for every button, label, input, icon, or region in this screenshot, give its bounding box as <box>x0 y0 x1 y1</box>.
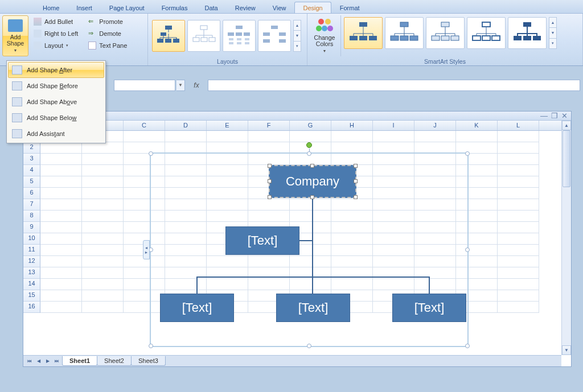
row-header[interactable]: 12 <box>23 256 40 267</box>
row-header[interactable]: 3 <box>23 154 40 165</box>
gallery-up-button[interactable]: ▲ <box>294 20 301 31</box>
style-option-4[interactable] <box>467 17 506 49</box>
formula-input[interactable] <box>208 80 580 91</box>
cell[interactable] <box>82 290 124 302</box>
add-bullet-button[interactable]: Add Bullet <box>30 16 81 27</box>
cell[interactable] <box>248 142 290 154</box>
cell[interactable] <box>40 188 82 199</box>
style-option-3[interactable] <box>426 17 465 49</box>
layout-option-2[interactable] <box>187 20 220 52</box>
column-header[interactable]: D <box>165 121 207 130</box>
layout-option-4[interactable] <box>258 20 291 52</box>
scroll-up-button[interactable]: ▲ <box>562 121 571 130</box>
row-header[interactable]: 4 <box>23 165 40 176</box>
cell[interactable] <box>498 279 539 290</box>
cell[interactable] <box>82 165 124 176</box>
rotation-handle[interactable] <box>306 142 312 148</box>
column-header[interactable]: J <box>414 121 456 130</box>
smartart-canvas[interactable]: ◄► Company [Text] <box>150 152 469 347</box>
fx-icon[interactable]: fx <box>186 81 207 89</box>
cell[interactable] <box>207 131 248 142</box>
tab-formulas[interactable]: Formulas <box>153 2 196 13</box>
demote-button[interactable]: ⇒Demote <box>85 28 130 39</box>
cell[interactable] <box>40 165 82 176</box>
cell[interactable] <box>40 142 82 154</box>
cell[interactable] <box>165 131 207 142</box>
cell[interactable] <box>40 256 82 267</box>
cell[interactable] <box>82 142 124 154</box>
shape-handle[interactable] <box>354 164 358 168</box>
cell[interactable] <box>82 222 124 233</box>
org-node-assistant[interactable]: [Text] <box>225 226 299 255</box>
menu-item[interactable]: Add Shape Below <box>8 110 104 126</box>
cell[interactable] <box>498 176 539 188</box>
sheet-nav-next[interactable]: ▶ <box>43 357 52 366</box>
gallery-more-button[interactable]: ▾ <box>294 42 301 51</box>
text-pane-toggle[interactable]: ◄► <box>143 240 150 259</box>
style-option-2[interactable] <box>385 17 424 49</box>
sheet-tab-3[interactable]: Sheet3 <box>131 356 166 366</box>
cell[interactable] <box>498 188 539 199</box>
sheet-nav-last[interactable]: ⏭ <box>52 357 61 366</box>
resize-handle[interactable] <box>465 151 470 156</box>
cell[interactable] <box>40 245 82 256</box>
tab-data[interactable]: Data <box>196 2 226 13</box>
shape-handle[interactable] <box>268 195 272 199</box>
cell[interactable] <box>414 131 456 142</box>
cell[interactable] <box>82 245 124 256</box>
cell[interactable] <box>373 142 414 154</box>
shape-handle[interactable] <box>354 179 358 183</box>
right-to-left-button[interactable]: Right to Left <box>30 28 81 39</box>
column-header[interactable]: G <box>290 121 331 130</box>
resize-handle[interactable] <box>307 344 311 348</box>
row-header[interactable]: 6 <box>23 188 40 199</box>
cell[interactable] <box>414 142 456 154</box>
cell[interactable] <box>82 302 124 313</box>
gallery-more-button[interactable]: ▾ <box>549 39 556 48</box>
tab-format[interactable]: Format <box>331 2 368 13</box>
cell[interactable] <box>82 267 124 279</box>
row-header[interactable]: 11 <box>23 245 40 256</box>
shape-handle[interactable] <box>310 164 314 168</box>
column-header[interactable]: C <box>124 121 165 130</box>
gallery-up-button[interactable]: ▲ <box>549 18 556 28</box>
promote-button[interactable]: ⇐Promote <box>85 16 130 27</box>
cell[interactable] <box>498 245 539 256</box>
cell[interactable] <box>40 176 82 188</box>
tab-design[interactable]: Design <box>294 2 331 13</box>
row-header[interactable]: 13 <box>23 267 40 279</box>
gallery-down-button[interactable]: ▼ <box>549 28 556 38</box>
scroll-down-button[interactable]: ▼ <box>562 345 571 355</box>
row-header[interactable]: 7 <box>23 199 40 211</box>
cell[interactable] <box>498 142 539 154</box>
cell[interactable] <box>40 222 82 233</box>
sheet-nav-prev[interactable]: ◀ <box>34 357 43 366</box>
cell[interactable] <box>40 290 82 302</box>
cell[interactable] <box>456 142 498 154</box>
shape-handle[interactable] <box>354 195 358 199</box>
tab-review[interactable]: Review <box>227 2 264 13</box>
cell[interactable] <box>498 302 539 313</box>
shape-handle[interactable] <box>310 195 314 199</box>
cell[interactable] <box>82 211 124 222</box>
cell[interactable] <box>498 211 539 222</box>
cell[interactable] <box>40 211 82 222</box>
style-option-1[interactable] <box>344 17 383 49</box>
column-header[interactable]: H <box>331 121 373 130</box>
sheet-tab-2[interactable]: Sheet2 <box>97 356 132 366</box>
cell[interactable] <box>40 233 82 245</box>
sheet-tab-1[interactable]: Sheet1 <box>62 356 97 366</box>
column-header[interactable]: F <box>248 121 290 130</box>
cell[interactable] <box>456 131 498 142</box>
cell[interactable] <box>498 165 539 176</box>
resize-handle[interactable] <box>465 247 470 252</box>
name-box-dropdown[interactable]: ▼ <box>176 80 185 91</box>
menu-item[interactable]: Add Shape Above <box>8 94 104 110</box>
cell[interactable] <box>331 131 373 142</box>
cell[interactable] <box>331 142 373 154</box>
menu-item[interactable]: Add Assistant <box>8 126 104 142</box>
add-shape-button[interactable]: Add Shape ▼ <box>2 15 28 56</box>
cell[interactable] <box>498 154 539 165</box>
scroll-thumb[interactable] <box>563 130 570 187</box>
cell[interactable] <box>498 222 539 233</box>
